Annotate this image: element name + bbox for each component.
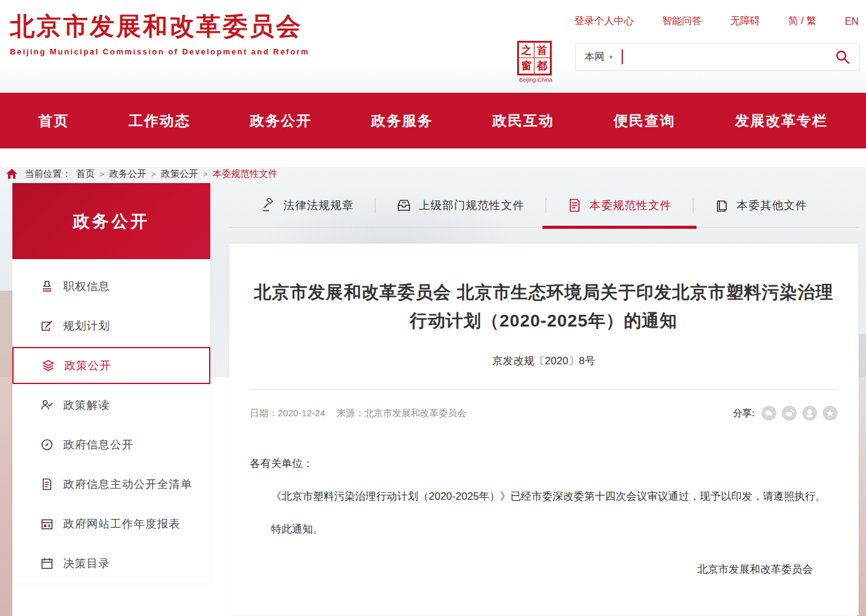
stamp-icon bbox=[40, 279, 54, 294]
nav-item-work-news[interactable]: 工作动态 bbox=[129, 111, 191, 130]
tab-commission-other-documents[interactable]: 本委其他文件 bbox=[693, 183, 828, 227]
tab-laws-regulations[interactable]: 法律法规规章 bbox=[240, 183, 375, 227]
favorite-star-icon[interactable] bbox=[823, 406, 838, 421]
main-column: 法律法规规章 上级部门规范性文件 bbox=[229, 183, 859, 615]
site-subtitle: Beijing Municipal Commission of Developm… bbox=[10, 47, 309, 56]
person-check-icon bbox=[40, 398, 54, 413]
sidebar-item-label: 政府网站工作年度报表 bbox=[63, 516, 181, 531]
sidebar-item-label: 决策目录 bbox=[63, 556, 110, 571]
nav-item-interaction[interactable]: 政民互动 bbox=[492, 111, 554, 130]
document-number: 京发改规〔2020〕8号 bbox=[247, 354, 840, 368]
article-body: 各有关单位： 《北京市塑料污染治理行动计划（2020-2025年）》已经市委深改… bbox=[247, 451, 840, 581]
seal-char: 首 bbox=[534, 43, 550, 58]
sidebar-item-label: 职权信息 bbox=[63, 279, 110, 294]
nav-item-home[interactable]: 首页 bbox=[38, 111, 69, 130]
gavel-icon bbox=[261, 198, 276, 213]
home-icon[interactable] bbox=[6, 169, 17, 179]
sidebar-item-policy-interpretation[interactable]: 政策解读 bbox=[12, 385, 210, 425]
weibo-share-icon[interactable] bbox=[782, 406, 797, 421]
sidebar-item-planning[interactable]: 规划计划 bbox=[12, 306, 210, 346]
share-bar: 分享: bbox=[733, 406, 838, 421]
files-icon bbox=[714, 198, 729, 213]
paragraph-1: 《北京市塑料污染治理行动计划（2020-2025年）》已经市委深改委第十四次会议… bbox=[250, 484, 838, 508]
site-search-bar: 本网 ▾ bbox=[575, 43, 860, 71]
sidebar-item-annual-website-report[interactable]: 政府网站工作年度报表 bbox=[12, 504, 210, 544]
document-category-tabs: 法律法规规章 上级部门规范性文件 bbox=[229, 183, 859, 228]
edit-plan-icon bbox=[40, 319, 54, 333]
search-scope-label: 本网 bbox=[585, 51, 604, 64]
sidebar-title: 政务公开 bbox=[73, 210, 150, 233]
tab-superior-normative-documents[interactable]: 上级部门规范性文件 bbox=[375, 183, 546, 227]
site-title: 北京市发展和改革委员会 bbox=[10, 11, 309, 41]
breadcrumb-gov-disclosure[interactable]: 政务公开 bbox=[109, 168, 147, 180]
signature: 北京市发展和改革委员会 bbox=[250, 557, 838, 581]
nav-item-gov-disclosure[interactable]: 政务公开 bbox=[250, 111, 312, 130]
nav-item-convenience-query[interactable]: 便民查询 bbox=[614, 111, 675, 130]
primary-navigation: 首页 工作动态 政务公开 政务服务 政民互动 便民查询 发展改革专栏 bbox=[0, 93, 866, 148]
capital-window-seal-logo[interactable]: 之 首 窗 都 Beijing-China bbox=[517, 41, 554, 83]
smart-qa-link[interactable]: 智能问答 bbox=[662, 15, 701, 28]
breadcrumb-separator: > bbox=[203, 169, 208, 179]
seal-caption: Beijing-China bbox=[517, 77, 554, 83]
sidebar-item-gov-info-disclosure[interactable]: 政府信息公开 bbox=[12, 425, 210, 464]
calendar-report-icon bbox=[40, 516, 54, 531]
article-title: 北京市发展和改革委员会 北京市生态环境局关于印发北京市塑料污染治理行动计划（20… bbox=[250, 278, 838, 335]
sidebar-item-policy-disclosure[interactable]: 政策公开 bbox=[12, 347, 210, 384]
compass-icon bbox=[40, 437, 54, 452]
search-input[interactable] bbox=[623, 44, 834, 70]
site-logo[interactable]: 北京市发展和改革委员会 Beijing Municipal Commission… bbox=[10, 11, 309, 56]
top-header: 北京市发展和改革委员会 Beijing Municipal Commission… bbox=[0, 0, 866, 93]
seal-icon: 之 首 窗 都 bbox=[517, 41, 552, 75]
breadcrumb: 当前位置： 首页 > 政务公开 > 政策公开 > 本委规范性文件 bbox=[0, 148, 866, 183]
breadcrumb-label: 当前位置： bbox=[25, 168, 71, 180]
sidebar-item-proactive-disclosure-list[interactable]: 政府信息主动公开全清单 bbox=[12, 464, 210, 504]
share-label: 分享: bbox=[733, 408, 755, 419]
tab-commission-normative-documents[interactable]: 本委规范性文件 bbox=[546, 183, 693, 227]
source-label: 来源： bbox=[337, 408, 364, 418]
divider bbox=[250, 389, 838, 390]
catalog-icon bbox=[40, 556, 54, 571]
top-utility-links: 登录个人中心 智能问答 无障碍 简 / 繁 EN bbox=[574, 15, 859, 28]
inbox-document-icon bbox=[397, 198, 411, 213]
nav-item-gov-services[interactable]: 政务服务 bbox=[371, 111, 433, 130]
tab-label: 法律法规规章 bbox=[283, 198, 354, 213]
article-meta-row: 日期：2020-12-24 来源：北京市发展和改革委员会 分享: bbox=[247, 406, 840, 421]
seal-char: 之 bbox=[519, 43, 534, 58]
article-panel: 北京市发展和改革委员会 北京市生态环境局关于印发北京市塑料污染治理行动计划（20… bbox=[229, 244, 859, 615]
breadcrumb-separator: > bbox=[152, 169, 156, 179]
english-link[interactable]: EN bbox=[845, 16, 859, 27]
date-label: 日期： bbox=[250, 408, 278, 418]
breadcrumb-current[interactable]: 本委规范性文件 bbox=[213, 168, 278, 180]
layers-icon bbox=[41, 358, 56, 373]
sidebar-item-label: 政府信息公开 bbox=[63, 437, 134, 452]
seal-char: 都 bbox=[534, 58, 550, 74]
sidebar-item-label: 政策解读 bbox=[63, 398, 110, 413]
search-scope-dropdown[interactable]: 本网 ▾ bbox=[585, 51, 613, 64]
breadcrumb-policy-disclosure[interactable]: 政策公开 bbox=[161, 168, 198, 180]
sidebar-item-label: 政府信息主动公开全清单 bbox=[63, 477, 192, 492]
qq-share-icon[interactable] bbox=[802, 406, 817, 421]
article-meta: 日期：2020-12-24 来源：北京市发展和改革委员会 bbox=[250, 408, 466, 419]
breadcrumb-home[interactable]: 首页 bbox=[76, 168, 95, 180]
document-lines-icon bbox=[567, 198, 582, 213]
seal-char: 窗 bbox=[519, 58, 534, 74]
tab-label: 本委其他文件 bbox=[737, 198, 807, 213]
sidebar-item-decision-catalog[interactable]: 决策目录 bbox=[12, 544, 210, 583]
simplified-traditional-toggle[interactable]: 简 / 繁 bbox=[788, 15, 816, 28]
content-area: 政务公开 职权信息 bbox=[0, 183, 866, 615]
sidebar-item-label: 规划计划 bbox=[63, 319, 110, 333]
sidebar-item-authority-info[interactable]: 职权信息 bbox=[12, 267, 210, 306]
tab-label: 本委规范性文件 bbox=[589, 198, 672, 213]
search-icon[interactable] bbox=[834, 49, 851, 65]
login-link[interactable]: 登录个人中心 bbox=[574, 15, 633, 28]
wechat-share-icon[interactable] bbox=[761, 406, 776, 421]
nav-item-reform-column[interactable]: 发展改革专栏 bbox=[735, 111, 828, 130]
paragraph-2: 特此通知。 bbox=[250, 517, 838, 541]
accessibility-link[interactable]: 无障碍 bbox=[730, 15, 760, 28]
article-source: 北京市发展和改革委员会 bbox=[364, 408, 466, 418]
article-date: 2020-12-24 bbox=[278, 408, 325, 418]
sidebar-item-label: 政策公开 bbox=[64, 358, 111, 373]
salutation: 各有关单位： bbox=[250, 451, 838, 476]
chevron-down-icon: ▾ bbox=[609, 53, 613, 61]
document-list-icon bbox=[40, 477, 54, 492]
